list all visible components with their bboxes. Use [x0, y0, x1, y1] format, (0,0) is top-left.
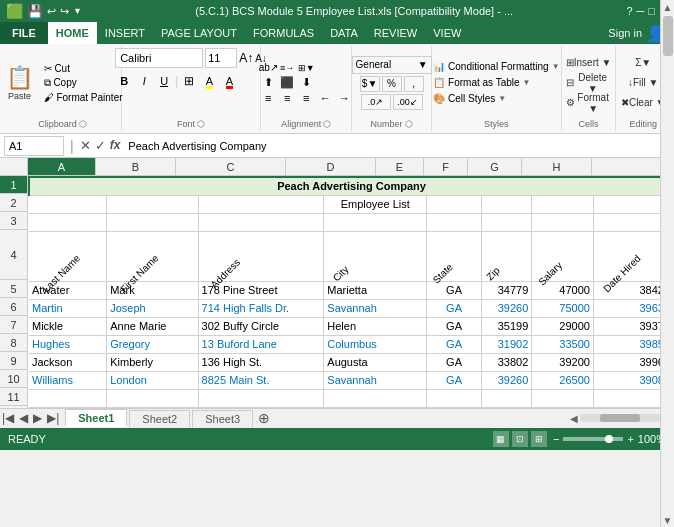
row-header-8[interactable]: 8: [0, 334, 27, 352]
indent-decrease-btn[interactable]: ←: [316, 91, 334, 105]
zoom-in-btn[interactable]: +: [627, 433, 633, 445]
col-header-F[interactable]: F: [424, 158, 468, 175]
row-header-9[interactable]: 9: [0, 352, 27, 370]
cell-A8[interactable]: Hughes: [29, 335, 107, 353]
cell-F10[interactable]: 39260: [481, 371, 531, 389]
sheet-tab-sheet1[interactable]: Sheet1: [65, 409, 127, 427]
sheet-tab-sheet3[interactable]: Sheet3: [192, 410, 253, 427]
cell-B6[interactable]: Joseph: [107, 299, 198, 317]
font-name-input[interactable]: [115, 48, 203, 68]
font-color-button[interactable]: A: [220, 72, 238, 90]
cell-D10[interactable]: Savannah: [324, 371, 427, 389]
cell-A5[interactable]: Atwater: [29, 281, 107, 299]
cell-styles-btn[interactable]: 🎨 Cell Styles ▼: [429, 91, 564, 106]
row-header-5[interactable]: 5: [0, 280, 27, 298]
menu-home[interactable]: HOME: [48, 22, 97, 44]
row-header-6[interactable]: 6: [0, 298, 27, 316]
file-menu[interactable]: FILE: [0, 22, 48, 44]
tab-first-btn[interactable]: |◀: [0, 411, 16, 425]
help-btn[interactable]: ?: [626, 5, 632, 18]
col-header-D[interactable]: D: [286, 158, 376, 175]
h-scroll-track[interactable]: [580, 414, 660, 422]
cell-G4[interactable]: Salary: [532, 231, 594, 281]
vertical-scrollbar[interactable]: ▲ ▼: [660, 176, 674, 408]
zoom-slider[interactable]: [563, 437, 623, 441]
cell-E10[interactable]: GA: [427, 371, 482, 389]
cell-E7[interactable]: GA: [427, 317, 482, 335]
col-header-H[interactable]: H: [522, 158, 592, 175]
cell-F2[interactable]: [481, 195, 531, 213]
quick-access-dropdown[interactable]: ▼: [73, 6, 82, 16]
cells-delete-btn[interactable]: ⊟ Delete ▼: [564, 74, 614, 92]
page-layout-view-btn[interactable]: ⊡: [512, 431, 528, 447]
cell-D3[interactable]: [324, 213, 427, 231]
row-header-7[interactable]: 7: [0, 316, 27, 334]
quick-access-undo[interactable]: ↩: [47, 5, 56, 18]
cell-B7[interactable]: Anne Marie: [107, 317, 198, 335]
cells-format-btn[interactable]: ⚙ Format ▼: [564, 94, 614, 112]
cell-C10[interactable]: 8825 Main St.: [198, 371, 324, 389]
cell-A6[interactable]: Martin: [29, 299, 107, 317]
font-expand-icon[interactable]: ⬡: [197, 119, 205, 129]
cell-G3[interactable]: [532, 213, 594, 231]
cell-C4[interactable]: Address: [198, 231, 324, 281]
cell-G8[interactable]: 33500: [532, 335, 594, 353]
increase-decimal-btn[interactable]: .0↗: [361, 94, 391, 110]
cell-G10[interactable]: 26500: [532, 371, 594, 389]
cell-B8[interactable]: Gregory: [107, 335, 198, 353]
number-expand-icon[interactable]: ⬡: [405, 119, 413, 129]
menu-page-layout[interactable]: PAGE LAYOUT: [153, 22, 245, 44]
cells-insert-btn[interactable]: ⊞ Insert ▼: [564, 54, 614, 72]
cell-E11[interactable]: [427, 389, 482, 407]
cell-D7[interactable]: Helen: [324, 317, 427, 335]
cell-G9[interactable]: 39200: [532, 353, 594, 371]
align-bottom-btn[interactable]: ⬇: [297, 76, 315, 90]
formula-input[interactable]: [124, 140, 656, 152]
cell-F5[interactable]: 34779: [481, 281, 531, 299]
copy-button[interactable]: ⧉ Copy: [41, 76, 125, 90]
paste-button[interactable]: 📋 Paste: [0, 55, 39, 111]
row-header-1[interactable]: 1: [0, 176, 27, 194]
col-header-E[interactable]: E: [376, 158, 424, 175]
confirm-formula-btn[interactable]: ✓: [95, 138, 106, 153]
align-top-btn[interactable]: ⬆: [259, 76, 277, 90]
cell-G11[interactable]: [532, 389, 594, 407]
zoom-slider-thumb[interactable]: [605, 435, 613, 443]
cell-E9[interactable]: GA: [427, 353, 482, 371]
cell-B11[interactable]: [107, 389, 198, 407]
cell-E4[interactable]: State: [427, 231, 482, 281]
cell-E6[interactable]: GA: [427, 299, 482, 317]
cell-C7[interactable]: 302 Buffy Circle: [198, 317, 324, 335]
italic-button[interactable]: I: [135, 72, 153, 90]
cell-C6[interactable]: 714 High Falls Dr.: [198, 299, 324, 317]
format-as-table-btn[interactable]: 📋 Format as Table ▼: [429, 75, 564, 90]
cell-F11[interactable]: [481, 389, 531, 407]
menu-review[interactable]: REVIEW: [366, 22, 425, 44]
bold-button[interactable]: B: [115, 72, 133, 90]
underline-button[interactable]: U: [155, 72, 173, 90]
menu-formulas[interactable]: FORMULAS: [245, 22, 322, 44]
cell-E8[interactable]: GA: [427, 335, 482, 353]
border-button[interactable]: ⊞: [180, 72, 198, 90]
currency-btn[interactable]: $▼: [360, 76, 380, 92]
fill-color-button[interactable]: A: [200, 72, 218, 90]
cell-G6[interactable]: 75000: [532, 299, 594, 317]
cell-E3[interactable]: [427, 213, 482, 231]
clipboard-expand-icon[interactable]: ⬡: [79, 119, 87, 129]
menu-data[interactable]: DATA: [322, 22, 366, 44]
cell-A11[interactable]: [29, 389, 107, 407]
cell-G7[interactable]: 29000: [532, 317, 594, 335]
cell-A9[interactable]: Jackson: [29, 353, 107, 371]
cell-A2[interactable]: [29, 195, 107, 213]
cell-B4[interactable]: First Name: [107, 231, 198, 281]
font-size-increase[interactable]: A↑: [239, 51, 253, 65]
indent-increase-btn[interactable]: →: [335, 91, 353, 105]
cell-D11[interactable]: [324, 389, 427, 407]
minimize-btn[interactable]: ─: [637, 5, 645, 18]
alignment-expand-icon[interactable]: ⬡: [323, 119, 331, 129]
cell-D4[interactable]: City: [324, 231, 427, 281]
row-header-3[interactable]: 3: [0, 212, 27, 230]
zoom-out-btn[interactable]: −: [553, 433, 559, 445]
col-header-A[interactable]: A: [28, 158, 96, 175]
cancel-formula-btn[interactable]: ✕: [80, 138, 91, 153]
